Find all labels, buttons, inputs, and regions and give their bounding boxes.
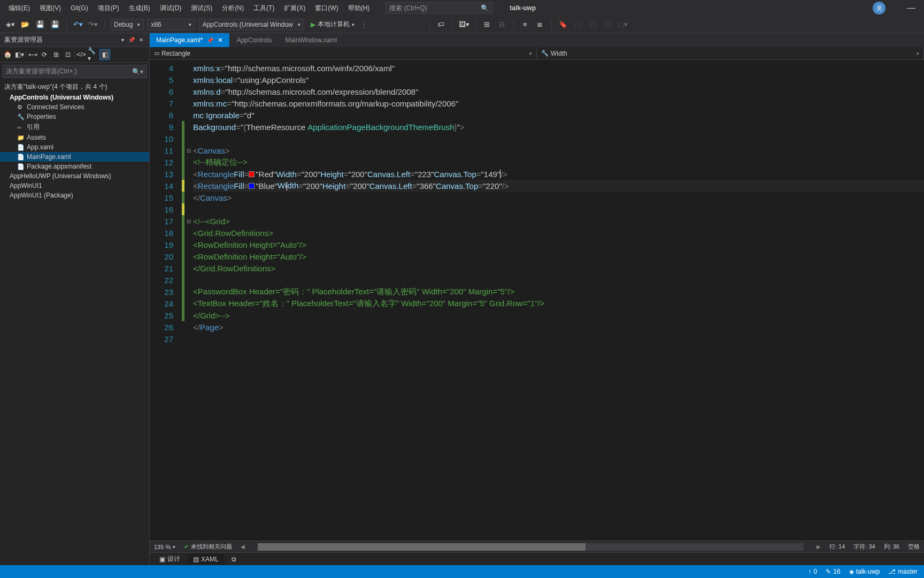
indent-mode[interactable]: 空格 xyxy=(908,543,920,551)
explorer-search[interactable]: 决方案资源管理器(Ctrl+;) 🔍▾ xyxy=(2,65,147,78)
h-scrollbar[interactable] xyxy=(258,543,804,551)
minimize-icon[interactable]: — xyxy=(903,3,920,13)
tab-mainwindow[interactable]: MainWindow.xaml xyxy=(279,33,344,47)
issues-indicator[interactable]: ✔未找到相关问题 xyxy=(184,543,232,551)
tb-icon-3[interactable]: ⊞ xyxy=(481,19,493,31)
scroll-left-icon[interactable]: ◀ xyxy=(241,544,245,550)
tb-icon-7[interactable]: 🔖 xyxy=(557,19,569,31)
solution-node[interactable]: 决方案"talk-uwp"(4 个项目，共 4 个) xyxy=(0,81,149,93)
config-dropdown[interactable]: Debug xyxy=(110,19,144,31)
menu-edit[interactable]: 编辑(E) xyxy=(4,2,34,15)
tb-icon-2[interactable]: 🖼▾ xyxy=(458,19,470,31)
tb-icon-6[interactable]: ≣ xyxy=(534,19,546,31)
refresh-icon[interactable]: ⟳ xyxy=(39,49,50,60)
menu-tools[interactable]: 工具(T) xyxy=(249,2,279,15)
new-icon[interactable]: ◈▾ xyxy=(4,19,16,31)
home-icon[interactable]: 🏠 xyxy=(2,49,13,60)
search-icon: 🔍▾ xyxy=(132,68,143,75)
saveall-icon[interactable]: 💾 xyxy=(49,19,61,31)
menu-extensions[interactable]: 扩展(X) xyxy=(280,2,310,15)
editor-status-strip: 135 % ▾ ✔未找到相关问题 ◀ ▶ 行: 14 字符: 34 列: 36 … xyxy=(150,541,924,552)
design-tab[interactable]: ▣设计 xyxy=(154,553,186,565)
close-icon[interactable]: ✕ xyxy=(218,36,223,44)
branch-name[interactable]: ⎇ master xyxy=(888,568,918,575)
menu-build[interactable]: 生成(B) xyxy=(125,2,155,15)
play-icon: ▶ xyxy=(311,21,315,28)
menu-test[interactable]: 测试(S) xyxy=(187,2,217,15)
et-6[interactable]: ◧ xyxy=(99,49,110,60)
pin-icon[interactable]: 📌 xyxy=(127,37,136,43)
menu-view[interactable]: 视图(V) xyxy=(35,2,65,15)
et-1[interactable]: ◧▾ xyxy=(14,49,25,60)
explorer-header: 案资源管理器 ▾ 📌 ✕ xyxy=(0,33,149,47)
menu-help[interactable]: 帮助(H) xyxy=(344,2,374,15)
popout-icon[interactable]: ⧉ xyxy=(226,554,242,565)
tree-mainpage-xaml[interactable]: 📄MainPage.xaml xyxy=(0,152,149,162)
cursor-char: 字符: 34 xyxy=(853,543,875,551)
user-avatar[interactable]: 吴 xyxy=(873,2,886,14)
code-editor[interactable]: 4567891011⊟121314151617⊟1819202122232425… xyxy=(150,60,924,541)
repo-name[interactable]: ◈ talk-uwp xyxy=(849,568,880,575)
status-bar: ↑ 0 ✎ 16 ◈ talk-uwp ⎇ master xyxy=(0,565,924,578)
tb-icon-5[interactable]: ≡ xyxy=(519,19,531,31)
tb-icon-9[interactable]: ⬚ xyxy=(587,19,599,31)
design-icon: ▣ xyxy=(159,556,165,563)
menu-bar: 编辑(E) 视图(V) Git(G) 项目(P) 生成(B) 调试(D) 测试(… xyxy=(0,0,924,16)
tree-references[interactable]: ▫▫引用 xyxy=(0,121,149,133)
save-icon[interactable]: 💾 xyxy=(34,19,46,31)
project-winui1[interactable]: AppWinUI1 xyxy=(0,181,149,191)
cursor-line: 行: 14 xyxy=(829,543,845,551)
tree-app-xaml[interactable]: 📄App.xaml xyxy=(0,142,149,152)
platform-dropdown[interactable]: x86 xyxy=(147,19,195,31)
tb-icon-4[interactable]: ⊟ xyxy=(496,19,508,31)
explorer-toolbar: 🏠 ◧▾ ⟷ ⟳ ⊞ ⊡ </> 🔧▾ ◧ xyxy=(0,47,149,63)
pin-icon[interactable]: 📌 xyxy=(207,37,213,43)
more-icon[interactable]: ⋮ xyxy=(361,21,367,28)
solution-title: talk-uwp xyxy=(510,4,536,12)
tree-connected-services[interactable]: ⚙Connected Services xyxy=(0,102,149,112)
menu-git[interactable]: Git(G) xyxy=(66,2,93,14)
menu-debug[interactable]: 调试(D) xyxy=(156,2,186,15)
target-dropdown[interactable]: AppControls (Universal Window xyxy=(198,19,304,31)
tb-icon-11[interactable]: ⬚▾ xyxy=(617,19,629,31)
close-icon[interactable]: ✕ xyxy=(137,37,145,43)
zoom-level[interactable]: 135 % ▾ xyxy=(154,544,175,550)
project-hellouwp[interactable]: AppHelloUWP (Universal Windows) xyxy=(0,171,149,181)
tree-assets[interactable]: 📁Assets xyxy=(0,133,149,142)
tree-manifest[interactable]: 📄Package.appxmanifest xyxy=(0,162,149,171)
tb-icon-8[interactable]: ⬚ xyxy=(572,19,584,31)
nav-element-dropdown[interactable]: ▭Rectangle xyxy=(150,47,537,59)
wrench-icon[interactable]: 🔧▾ xyxy=(88,49,98,60)
tb-icon-10[interactable]: ⬚ xyxy=(602,19,614,31)
menu-project[interactable]: 项目(P) xyxy=(94,2,124,15)
tab-appcontrols[interactable]: AppControls xyxy=(230,33,279,47)
xaml-icon: ▤ xyxy=(193,556,199,563)
menu-analyze[interactable]: 分析(N) xyxy=(218,2,248,15)
et-3[interactable]: ⊞ xyxy=(51,49,61,60)
open-icon[interactable]: 📂 xyxy=(19,19,31,31)
editor-area: MainPage.xaml*📌✕ AppControls MainWindow.… xyxy=(150,33,924,565)
outgoing-commits[interactable]: ↑ 0 xyxy=(808,568,818,575)
redo-icon[interactable]: ↷▾ xyxy=(87,19,99,31)
search-input[interactable]: 搜索 (Ctrl+Q) 🔍 xyxy=(386,2,492,14)
et-5[interactable]: </> xyxy=(76,49,87,60)
tab-mainpage[interactable]: MainPage.xaml*📌✕ xyxy=(150,33,230,47)
pending-changes[interactable]: ✎ 16 xyxy=(826,568,840,575)
tb-icon-1[interactable]: 🏷 xyxy=(435,19,447,31)
run-button[interactable]: ▶ 本地计算机▾ xyxy=(307,20,358,29)
project-appcontrols[interactable]: AppControls (Universal Windows) xyxy=(0,93,149,102)
solution-explorer: 案资源管理器 ▾ 📌 ✕ 🏠 ◧▾ ⟷ ⟳ ⊞ ⊡ </> 🔧▾ ◧ 决方案资源… xyxy=(0,33,150,565)
tree-properties[interactable]: 🔧Properties xyxy=(0,112,149,121)
menu-window[interactable]: 窗口(W) xyxy=(311,2,342,15)
cursor-col: 列: 36 xyxy=(884,543,899,551)
nav-property-dropdown[interactable]: 🔧Width xyxy=(537,47,924,59)
toolbar: ◈▾ 📂 💾 💾 ↶▾ ↷▾ Debug x86 AppControls (Un… xyxy=(0,16,924,33)
undo-icon[interactable]: ↶▾ xyxy=(72,19,84,31)
xaml-tab[interactable]: ▤XAML xyxy=(188,554,224,565)
et-2[interactable]: ⟷ xyxy=(27,49,38,60)
et-4[interactable]: ⊡ xyxy=(63,49,73,60)
project-winui1-pkg[interactable]: AppWinUI1 (Package) xyxy=(0,191,149,200)
solution-tree: 决方案"talk-uwp"(4 个项目，共 4 个) AppControls (… xyxy=(0,80,149,565)
dropdown-icon[interactable]: ▾ xyxy=(120,37,126,43)
scroll-right-icon[interactable]: ▶ xyxy=(817,544,821,550)
